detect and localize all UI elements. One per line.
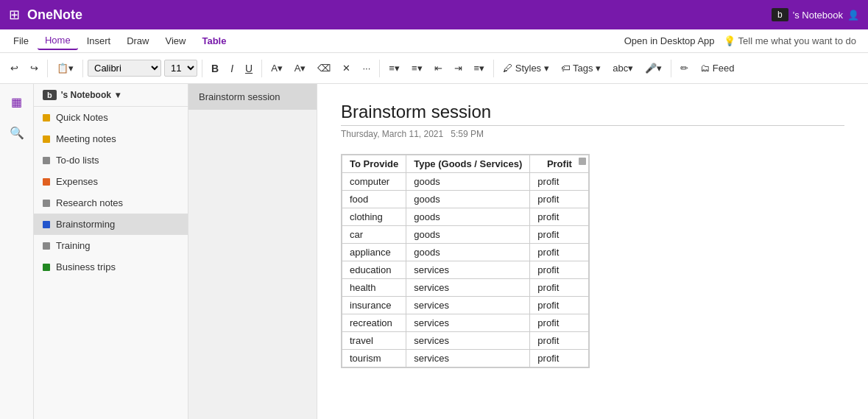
section-label: To-do lists — [56, 155, 99, 166]
highlight-button[interactable]: A▾ — [267, 60, 287, 77]
menu-table[interactable]: Table — [194, 32, 233, 49]
table-cell[interactable]: travel — [342, 332, 406, 350]
table-cell[interactable]: goods — [406, 208, 530, 226]
styles-button[interactable]: 🖊 Styles ▾ — [498, 60, 554, 77]
table-cell[interactable]: health — [342, 279, 406, 297]
table-cell[interactable]: car — [342, 226, 406, 244]
section-dot — [43, 242, 50, 250]
sidebar-search-icon[interactable]: 🔍 — [5, 121, 29, 144]
align-button[interactable]: ≡▾ — [470, 60, 490, 77]
table-cell[interactable]: services — [406, 314, 530, 332]
font-selector[interactable]: Calibri — [88, 60, 161, 77]
table-cell[interactable]: profit — [530, 261, 589, 279]
table-row: foodgoodsprofit — [342, 191, 589, 208]
indent-button[interactable]: ⇥ — [450, 60, 467, 77]
notebook-section: b 's Notebook ▾ Quick Notes Meeting note… — [34, 84, 188, 419]
table-cell[interactable]: services — [406, 297, 530, 314]
clipboard-button[interactable]: 📋▾ — [52, 60, 78, 77]
table-cell[interactable]: profit — [530, 191, 589, 208]
table-cell[interactable]: profit — [530, 350, 589, 367]
more-button[interactable]: ··· — [358, 60, 375, 77]
table-cell[interactable]: goods — [406, 173, 530, 191]
section-dot — [43, 157, 50, 164]
table-cell[interactable]: services — [406, 261, 530, 279]
section-label: Research notes — [56, 197, 123, 208]
redo-button[interactable]: ↪ — [26, 60, 43, 77]
table-cell[interactable]: tourism — [342, 350, 406, 367]
tell-me-text: Tell me what you want to do — [738, 35, 856, 46]
table-cell[interactable]: services — [406, 332, 530, 350]
feed-button[interactable]: 🗂 Feed — [696, 60, 738, 77]
menu-view[interactable]: View — [158, 32, 194, 49]
spelling-button[interactable]: abc▾ — [608, 60, 638, 77]
eraser-button[interactable]: ⌫ — [313, 60, 335, 77]
toolbar: ↩ ↪ 📋▾ Calibri 11 B I U A▾ A▾ ⌫ ✕ ··· ≡▾… — [0, 53, 868, 84]
sidebar-item-brainstorming[interactable]: Brainstorming — [34, 214, 188, 235]
page-item-brainstorm-session[interactable]: Brainstorm session — [188, 84, 317, 110]
title-bar: ⊞ OneNote b 's Notebook 👤 — [0, 0, 868, 29]
notebook-name[interactable]: b 's Notebook 👤 — [772, 8, 859, 21]
table-cell[interactable]: appliance — [342, 244, 406, 261]
sidebar-item-research-notes[interactable]: Research notes — [34, 192, 188, 214]
numbering-button[interactable]: ≡▾ — [407, 60, 427, 77]
table-cell[interactable]: profit — [530, 279, 589, 297]
sidebar-item-expenses[interactable]: Expenses — [34, 171, 188, 192]
sidebar-sections-icon[interactable]: ▦ — [5, 90, 29, 113]
clear-format-button[interactable]: ✕ — [338, 60, 355, 77]
table-cell[interactable]: services — [406, 350, 530, 367]
table-cell[interactable]: insurance — [342, 297, 406, 314]
table-cell[interactable]: goods — [406, 191, 530, 208]
section-dot — [43, 221, 50, 228]
menu-home[interactable]: Home — [38, 32, 78, 50]
notebook-header[interactable]: b 's Notebook ▾ — [34, 84, 188, 107]
undo-button[interactable]: ↩ — [6, 60, 23, 77]
sidebar-item-to-do-lists[interactable]: To-do lists — [34, 149, 188, 171]
table-row: appliancegoodsprofit — [342, 244, 589, 261]
font-color-button[interactable]: A▾ — [290, 60, 311, 77]
draw-button[interactable]: ✏ — [676, 60, 693, 77]
menu-draw[interactable]: Draw — [119, 32, 156, 49]
section-dot — [43, 264, 50, 271]
microphone-button[interactable]: 🎤▾ — [641, 60, 666, 77]
outdent-button[interactable]: ⇤ — [430, 60, 447, 77]
table-header-row: To Provide Type (Goods / Services) Profi… — [342, 155, 589, 173]
table-cell[interactable]: profit — [530, 226, 589, 244]
table-row: computergoodsprofit — [342, 173, 589, 191]
sidebar-item-quick-notes[interactable]: Quick Notes — [34, 107, 188, 128]
table-cell[interactable]: goods — [406, 244, 530, 261]
table-cell[interactable]: computer — [342, 173, 406, 191]
underline-button[interactable]: U — [241, 60, 257, 77]
profile-icon[interactable]: 👤 — [847, 10, 859, 21]
menu-insert[interactable]: Insert — [80, 32, 119, 49]
table-cell[interactable]: food — [342, 191, 406, 208]
bold-button[interactable]: B — [207, 60, 223, 77]
table-corner-handle[interactable] — [579, 158, 586, 165]
menu-file[interactable]: File — [6, 32, 36, 49]
section-list: Quick Notes Meeting notes To-do lists Ex… — [34, 107, 188, 419]
app-grid-icon[interactable]: ⊞ — [9, 7, 20, 23]
section-label: Training — [56, 240, 90, 251]
table-cell[interactable]: profit — [530, 173, 589, 191]
sidebar-item-business-trips[interactable]: Business trips — [34, 256, 188, 278]
table-cell[interactable]: goods — [406, 226, 530, 244]
tags-button[interactable]: 🏷 Tags ▾ — [557, 60, 605, 77]
table-cell[interactable]: clothing — [342, 208, 406, 226]
tell-me-area[interactable]: 💡 Tell me what you want to do — [724, 35, 856, 46]
table-cell[interactable]: profit — [530, 208, 589, 226]
table-cell[interactable]: profit — [530, 332, 589, 350]
sidebar-item-meeting-notes[interactable]: Meeting notes — [34, 128, 188, 149]
section-dot — [43, 135, 50, 143]
table-cell[interactable]: profit — [530, 297, 589, 314]
open-desktop-button[interactable]: Open in Desktop App — [617, 32, 722, 49]
font-size-selector[interactable]: 11 — [164, 60, 197, 77]
content-area[interactable]: Brainstorm session Thursday, March 11, 2… — [317, 84, 868, 419]
italic-button[interactable]: I — [226, 60, 238, 77]
table-cell[interactable]: services — [406, 279, 530, 297]
sidebar: ▦ 🔍 — [0, 84, 34, 419]
sidebar-item-training[interactable]: Training — [34, 235, 188, 256]
table-cell[interactable]: profit — [530, 244, 589, 261]
table-cell[interactable]: profit — [530, 314, 589, 332]
bullets-button[interactable]: ≡▾ — [384, 60, 404, 77]
table-cell[interactable]: education — [342, 261, 406, 279]
table-cell[interactable]: recreation — [342, 314, 406, 332]
